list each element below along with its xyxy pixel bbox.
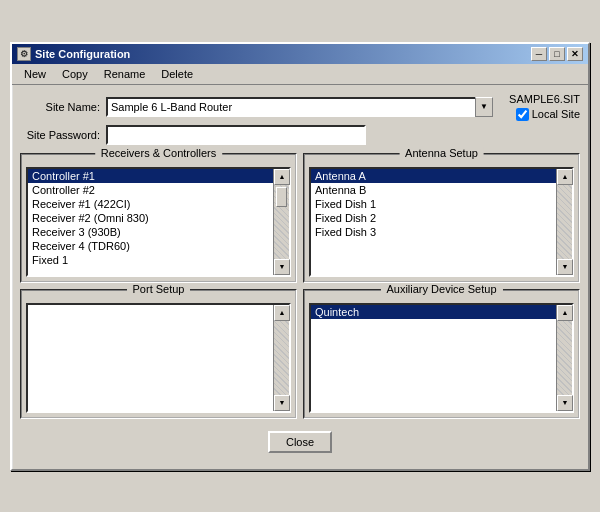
list-item[interactable]: Receiver #2 (Omni 830) [28,211,273,225]
list-item[interactable]: Receiver #1 (422CI) [28,197,273,211]
menu-bar: New Copy Rename Delete [12,64,588,85]
antenna-panel: Antenna Setup Antenna A Antenna B Fixed … [303,153,580,283]
list-item[interactable]: Quintech [311,305,556,319]
menu-copy[interactable]: Copy [54,66,96,82]
scroll-up-button[interactable]: ▲ [557,169,573,185]
scroll-up-button[interactable]: ▲ [274,305,290,321]
local-site-checkbox[interactable] [516,108,529,121]
receivers-list: Controller #1 Controller #2 Receiver #1 … [28,169,273,275]
site-info-right: SAMPLE6.SIT Local Site [509,93,580,121]
site-file-name: SAMPLE6.SIT [509,93,580,105]
title-bar-left: ⚙ Site Configuration [17,47,130,61]
list-item[interactable]: Fixed Dish 1 [311,197,556,211]
site-name-row: Site Name: Sample 6 L-Band Router ▼ SAMP… [20,93,580,121]
scroll-track [274,321,289,395]
site-name-select[interactable]: Sample 6 L-Band Router [106,97,493,117]
scroll-down-button[interactable]: ▼ [274,395,290,411]
list-item[interactable]: Controller #2 [28,183,273,197]
auxiliary-panel-title: Auxiliary Device Setup [380,283,502,295]
menu-rename[interactable]: Rename [96,66,154,82]
list-item[interactable]: Receiver 3 (930B) [28,225,273,239]
receivers-panel: Receivers & Controllers Controller #1 Co… [20,153,297,283]
menu-delete[interactable]: Delete [153,66,201,82]
footer-bar: Close [20,423,580,461]
scroll-track [557,185,572,259]
receivers-panel-title: Receivers & Controllers [95,147,223,159]
auxiliary-list: Quintech [311,305,556,411]
site-name-select-wrapper: Sample 6 L-Band Router ▼ [106,97,493,117]
site-password-label: Site Password: [20,129,100,141]
window-icon: ⚙ [17,47,31,61]
menu-new[interactable]: New [16,66,54,82]
content-area: Site Name: Sample 6 L-Band Router ▼ SAMP… [12,85,588,469]
panels-grid: Receivers & Controllers Controller #1 Co… [20,153,580,419]
antenna-list: Antenna A Antenna B Fixed Dish 1 Fixed D… [311,169,556,275]
receivers-scrollbar[interactable]: ▲ ▼ [273,169,289,275]
close-button[interactable]: Close [268,431,332,453]
main-window: ⚙ Site Configuration ─ □ ✕ New Copy Rena… [10,42,590,471]
title-bar: ⚙ Site Configuration ─ □ ✕ [12,44,588,64]
list-item[interactable]: Fixed Dish 2 [311,211,556,225]
antenna-scrollbar[interactable]: ▲ ▼ [556,169,572,275]
scroll-down-button[interactable]: ▼ [274,259,290,275]
maximize-button[interactable]: □ [549,47,565,61]
title-bar-buttons: ─ □ ✕ [531,47,583,61]
antenna-panel-title: Antenna Setup [399,147,484,159]
list-item[interactable]: Antenna B [311,183,556,197]
window-title: Site Configuration [35,48,130,60]
site-password-input[interactable] [106,125,366,145]
receivers-list-container: Controller #1 Controller #2 Receiver #1 … [26,167,291,277]
scroll-up-button[interactable]: ▲ [274,169,290,185]
auxiliary-scrollbar[interactable]: ▲ ▼ [556,305,572,411]
auxiliary-panel: Auxiliary Device Setup Quintech ▲ ▼ [303,289,580,419]
list-item[interactable]: Antenna A [311,169,556,183]
site-name-label: Site Name: [20,101,100,113]
auxiliary-list-container: Quintech ▲ ▼ [309,303,574,413]
port-panel-title: Port Setup [127,283,191,295]
list-item[interactable]: Controller #1 [28,169,273,183]
scroll-track [557,321,572,395]
port-panel: Port Setup ▲ ▼ [20,289,297,419]
scroll-up-button[interactable]: ▲ [557,305,573,321]
port-list-container: ▲ ▼ [26,303,291,413]
local-site-row: Local Site [516,108,580,121]
list-item[interactable]: Fixed 1 [28,253,273,267]
local-site-label: Local Site [532,108,580,120]
port-scrollbar[interactable]: ▲ ▼ [273,305,289,411]
list-item[interactable]: Receiver 4 (TDR60) [28,239,273,253]
scroll-down-button[interactable]: ▼ [557,259,573,275]
antenna-list-container: Antenna A Antenna B Fixed Dish 1 Fixed D… [309,167,574,277]
port-list [28,305,273,411]
minimize-button[interactable]: ─ [531,47,547,61]
scroll-thumb[interactable] [276,187,287,207]
scroll-track [274,185,289,259]
list-item[interactable]: Fixed Dish 3 [311,225,556,239]
scroll-down-button[interactable]: ▼ [557,395,573,411]
site-password-row: Site Password: [20,125,580,145]
close-button[interactable]: ✕ [567,47,583,61]
